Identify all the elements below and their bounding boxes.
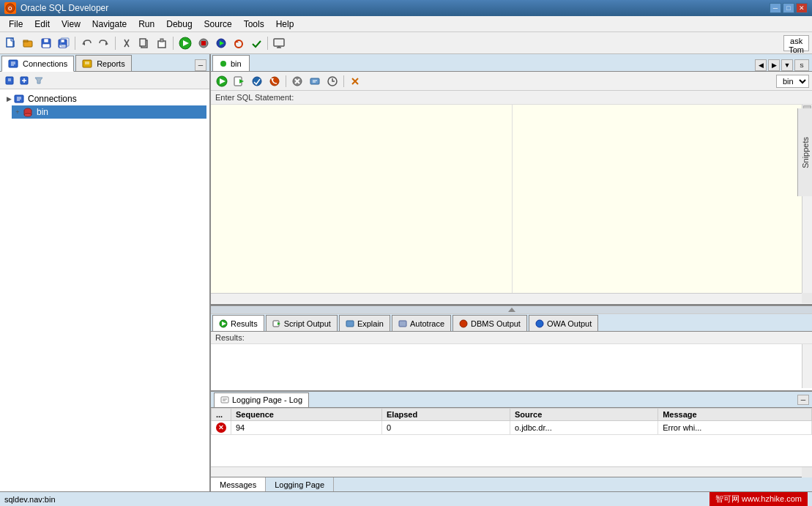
log-row-icon: ✕ xyxy=(212,421,231,435)
log-col-sequence: Sequence xyxy=(231,409,382,421)
bottom-tab-logging[interactable]: Logging Page xyxy=(266,477,334,491)
refresh-connections-btn[interactable] xyxy=(3,74,16,87)
svg-point-77 xyxy=(460,320,467,327)
connection-dropdown[interactable]: bin xyxy=(776,75,809,88)
tab-scroll-right-btn[interactable]: ▶ xyxy=(768,59,780,71)
sql-toolbar: bin xyxy=(211,72,812,91)
scroll-corner xyxy=(802,293,812,303)
ask-tom-btn[interactable]: ask Tom xyxy=(783,35,809,51)
explain-tab[interactable]: Explain xyxy=(339,315,390,331)
menu-run[interactable]: Run xyxy=(133,18,160,31)
rollback-button[interactable] xyxy=(231,35,247,51)
svg-text:O: O xyxy=(8,6,12,11)
connections-node-label: Connections xyxy=(28,94,77,104)
save-all-button[interactable] xyxy=(56,35,72,51)
toolbar-separator-2 xyxy=(115,37,116,50)
menu-view[interactable]: View xyxy=(56,18,86,31)
results-inner[interactable] xyxy=(211,344,812,388)
svg-rect-4 xyxy=(23,40,28,42)
status-bar: sqldev.nav:bin 智可网 www.hzhike.com xyxy=(0,491,812,506)
add-connection-btn[interactable] xyxy=(18,74,31,87)
snippets-btn[interactable]: S xyxy=(794,59,809,71)
stop-button[interactable] xyxy=(195,35,212,51)
logging-page-tab[interactable]: Logging Page - Log xyxy=(214,392,309,407)
owa-output-tab[interactable]: OWA Output xyxy=(529,315,598,331)
output-splitter[interactable] xyxy=(211,305,812,314)
script-output-tab[interactable]: Script Output xyxy=(266,315,338,331)
sql-worksheet-tab[interactable]: bin xyxy=(212,55,250,71)
results-label: Results: xyxy=(211,332,812,344)
sql-run-script-btn[interactable] xyxy=(231,74,247,89)
log-table-body: ✕ 94 0 o.jdbc.dr... Error whi... xyxy=(212,421,812,435)
log-scroll-area xyxy=(211,466,812,477)
sql-commit-btn[interactable] xyxy=(249,74,265,89)
minimize-button[interactable]: ─ xyxy=(770,3,781,13)
sql-editor-inner[interactable] xyxy=(211,105,802,293)
menu-edit[interactable]: Edit xyxy=(29,18,56,31)
run-button[interactable] xyxy=(176,35,194,51)
debug-button[interactable] xyxy=(213,35,229,51)
connections-tab[interactable]: Connections xyxy=(1,56,74,72)
restore-button[interactable]: □ xyxy=(783,3,794,13)
log-table: ... Sequence Elapsed Source Message ✕ xyxy=(211,408,812,435)
sql-run-btn[interactable] xyxy=(214,74,230,89)
bin-node-label: bin xyxy=(37,107,48,117)
menu-file[interactable]: File xyxy=(3,18,29,31)
log-collapse-btn[interactable]: ─ xyxy=(797,395,809,405)
log-tab-bar: Logging Page - Log ─ xyxy=(211,392,812,408)
ask-tom-button[interactable]: ask Tom xyxy=(783,35,809,51)
explain-tab-label: Explain xyxy=(357,319,384,328)
sql-autotrace-btn[interactable] xyxy=(307,74,323,89)
dbms-output-tab[interactable]: DBMS Output xyxy=(452,315,527,331)
connections-tree[interactable]: ▶ Connections + xyxy=(0,89,209,491)
tree-item-bin[interactable]: + bin xyxy=(12,105,206,119)
filter-connections-btn[interactable] xyxy=(32,74,45,87)
sql-cancel-btn[interactable] xyxy=(289,74,305,89)
svg-rect-7 xyxy=(42,44,50,48)
log-row-sequence: 94 xyxy=(231,421,382,435)
menu-source[interactable]: Source xyxy=(198,18,238,31)
menu-help[interactable]: Help xyxy=(270,18,300,31)
connections-expand-icon[interactable]: ▶ xyxy=(4,94,13,103)
sql-tab-label: bin xyxy=(231,59,242,68)
cut-button[interactable] xyxy=(119,35,135,51)
results-scroll-v[interactable] xyxy=(802,344,812,388)
sql-clear-btn[interactable] xyxy=(347,74,363,89)
redo-button[interactable] xyxy=(96,35,112,51)
reports-tab[interactable]: Reports xyxy=(75,55,132,71)
undo-button[interactable] xyxy=(78,35,94,51)
bottom-tab-bar: Messages Logging Page xyxy=(211,477,812,491)
toolbar-separator-4 xyxy=(267,37,268,50)
sql-scroll-horizontal[interactable] xyxy=(211,293,802,303)
left-panel-minimize-btn[interactable]: ─ xyxy=(195,59,206,71)
bin-expand-icon[interactable]: + xyxy=(13,108,22,116)
autotrace-tab[interactable]: Autotrace xyxy=(392,315,451,331)
copy-button[interactable] xyxy=(136,35,152,51)
menu-tools[interactable]: Tools xyxy=(238,18,270,31)
tree-item-connections[interactable]: ▶ Connections xyxy=(3,92,206,105)
menu-navigate[interactable]: Navigate xyxy=(86,18,133,31)
sql-editor-content[interactable] xyxy=(211,105,812,303)
monitor-button[interactable] xyxy=(271,35,287,51)
window-controls[interactable]: ─ □ ✕ xyxy=(770,3,808,13)
commit-button[interactable] xyxy=(248,35,264,51)
new-button[interactable] xyxy=(3,35,19,51)
svg-rect-79 xyxy=(221,397,228,403)
save-button[interactable] xyxy=(38,35,54,51)
paste-button[interactable] xyxy=(154,35,170,51)
menu-debug[interactable]: Debug xyxy=(160,18,198,31)
sql-rollback-btn[interactable] xyxy=(267,74,283,89)
table-row[interactable]: ✕ 94 0 o.jdbc.dr... Error whi... xyxy=(212,421,812,435)
svg-point-59 xyxy=(270,77,279,86)
close-button[interactable]: ✕ xyxy=(796,3,808,13)
open-button[interactable] xyxy=(21,35,37,51)
sql-editor-area: Enter SQL Statement: xyxy=(211,91,812,304)
log-scroll-track[interactable] xyxy=(211,467,802,477)
snippets-panel[interactable]: Snippets xyxy=(797,108,812,196)
sql-history-btn[interactable] xyxy=(324,74,340,89)
results-tab[interactable]: Results xyxy=(212,315,264,331)
tab-scroll-left-btn[interactable]: ◀ xyxy=(755,59,767,71)
bottom-tab-messages[interactable]: Messages xyxy=(211,477,266,491)
log-horizontal-scrollbar[interactable] xyxy=(211,466,812,477)
tab-dropdown-btn[interactable]: ▼ xyxy=(781,59,793,71)
